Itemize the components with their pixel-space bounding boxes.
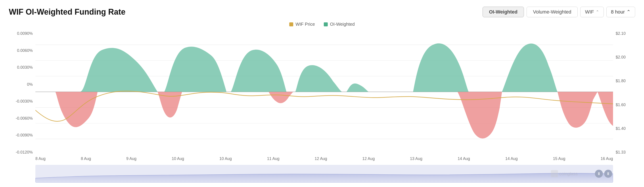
tab-oi-weighted[interactable]: OI-Weighted xyxy=(482,7,524,17)
legend-oi-weighted-label: OI-Weighted xyxy=(330,22,355,27)
page-title: WIF OI-Weighted Funding Rate xyxy=(9,7,126,17)
x-label-3: 10 Aug xyxy=(172,156,184,161)
chart-area: WIF Price OI-Weighted 0.0090% 0.0060% 0.… xyxy=(9,22,635,182)
minimap-wrapper: coinglass xyxy=(9,165,635,182)
minimap-pause-btn-1[interactable] xyxy=(595,170,603,178)
y-left-1: 0.0060% xyxy=(17,48,33,53)
watermark-logo xyxy=(551,170,558,177)
x-label-1: 8 Aug xyxy=(81,156,91,161)
legend-wif-price-dot xyxy=(289,22,293,26)
y-axis-left: 0.0090% 0.0060% 0.0030% 0% -0.0030% -0.0… xyxy=(9,29,36,163)
watermark: coinglass xyxy=(551,170,578,177)
chart-legend: WIF Price OI-Weighted xyxy=(9,22,635,27)
chart-inner: 8 Aug 8 Aug 9 Aug 10 Aug 10 Aug 11 Aug 1… xyxy=(36,29,613,163)
x-label-0: 8 Aug xyxy=(36,156,46,161)
legend-wif-price-label: WIF Price xyxy=(296,22,315,27)
y-right-2: $1.80 xyxy=(616,79,626,83)
minimap-chart[interactable]: coinglass xyxy=(36,165,613,182)
y-right-3: $1.60 xyxy=(616,103,626,107)
x-label-11: 15 Aug xyxy=(553,156,565,161)
legend-wif-price: WIF Price xyxy=(289,22,315,27)
minimap-left-pad xyxy=(9,165,36,182)
x-label-10: 14 Aug xyxy=(505,156,518,161)
x-label-6: 12 Aug xyxy=(315,156,327,161)
x-label-12: 16 Aug xyxy=(601,156,613,161)
controls-group: OI-Weighted Volume-Weighted WIF ⌃ 8 hour… xyxy=(482,7,635,17)
y-left-3: 0% xyxy=(27,82,33,87)
x-axis: 8 Aug 8 Aug 9 Aug 10 Aug 10 Aug 11 Aug 1… xyxy=(36,155,613,163)
y-right-1: $2.00 xyxy=(616,55,626,60)
y-left-0: 0.0090% xyxy=(17,31,33,36)
time-arrow-icon: ⌃ xyxy=(626,9,630,15)
y-left-2: 0.0030% xyxy=(17,65,33,70)
legend-oi-weighted-dot xyxy=(324,22,328,26)
tab-volume-weighted[interactable]: Volume-Weighted xyxy=(526,7,578,17)
y-left-7: -0.0120% xyxy=(16,150,33,155)
y-axis-right: $2.10 $2.00 $1.80 $1.60 $1.40 $1.33 xyxy=(613,29,635,163)
y-right-4: $1.40 xyxy=(616,126,626,131)
legend-oi-weighted: OI-Weighted xyxy=(324,22,355,27)
watermark-text: coinglass xyxy=(559,171,578,176)
page-header: WIF OI-Weighted Funding Rate OI-Weighted… xyxy=(9,7,635,17)
x-label-4: 10 Aug xyxy=(220,156,232,161)
y-right-5: $1.33 xyxy=(616,150,626,155)
asset-selector[interactable]: WIF ⌃ xyxy=(580,7,604,17)
main-svg[interactable] xyxy=(36,29,613,155)
x-label-9: 14 Aug xyxy=(458,156,470,161)
x-label-7: 12 Aug xyxy=(362,156,375,161)
y-left-5: -0.0060% xyxy=(16,116,33,121)
time-label: 8 hour xyxy=(611,9,625,15)
minimap-right-pad xyxy=(613,165,635,182)
y-left-4: -0.0030% xyxy=(16,99,33,104)
x-label-5: 11 Aug xyxy=(267,156,279,161)
minimap-handles xyxy=(586,165,613,182)
minimap-pause-btn-2[interactable] xyxy=(604,170,612,178)
y-left-6: -0.0090% xyxy=(16,133,33,138)
x-label-2: 9 Aug xyxy=(126,156,136,161)
time-selector[interactable]: 8 hour ⌃ xyxy=(606,7,635,17)
x-label-8: 13 Aug xyxy=(410,156,422,161)
y-right-0: $2.10 xyxy=(616,31,626,36)
asset-label: WIF xyxy=(585,9,594,15)
main-chart-wrapper: 0.0090% 0.0060% 0.0030% 0% -0.0030% -0.0… xyxy=(9,29,635,163)
asset-arrow-icon: ⌃ xyxy=(596,10,599,15)
